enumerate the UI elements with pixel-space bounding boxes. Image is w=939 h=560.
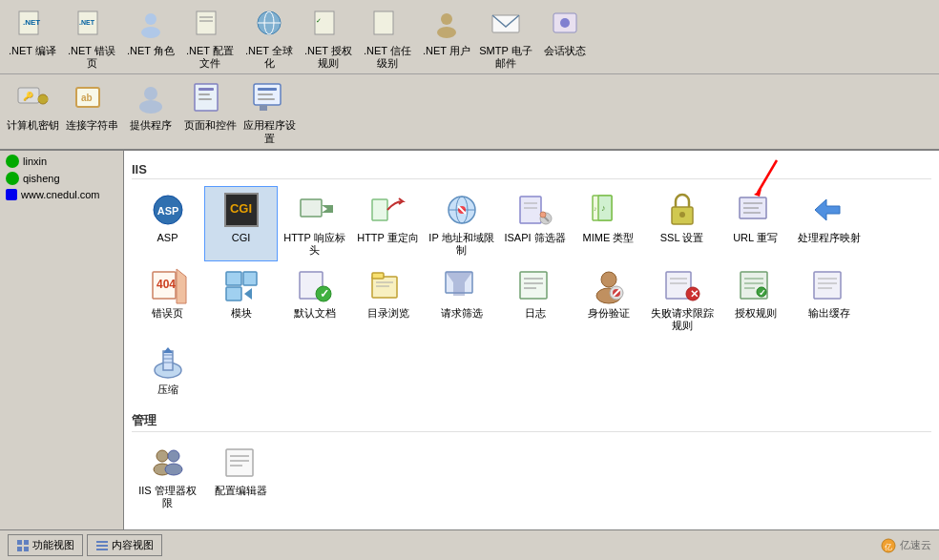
svg-point-4 (145, 13, 156, 25)
url-rewrite-icon (737, 191, 775, 229)
grid-item-handler-mapping[interactable]: 处理程序映射 (793, 187, 865, 260)
grid-item-log[interactable]: 日志 (499, 262, 571, 336)
dotnet-trust[interactable]: .NET 信任级别 (359, 2, 416, 72)
svg-rect-31 (198, 98, 212, 100)
dotnet-role-icon (132, 4, 170, 42)
machine-key[interactable]: 🔑 计算机密钥 (4, 76, 61, 146)
svg-rect-30 (198, 93, 210, 95)
manage-icon-grid: IIS 管理器权限 配置编辑器 (132, 440, 931, 513)
site-icon (6, 189, 17, 200)
http-redirect-label: HTTP 重定向 (357, 232, 419, 244)
svg-rect-121 (24, 540, 29, 545)
svg-text:✓: ✓ (320, 287, 329, 301)
grid-item-module[interactable]: 模块 (205, 262, 277, 336)
grid-item-ssl[interactable]: SSL 设置 (646, 187, 718, 260)
dotnet-errorpage[interactable]: .NET .NET 错误页 (63, 2, 120, 72)
provider[interactable]: 提供程序 (122, 76, 179, 146)
tab-content-view[interactable]: 内容视图 (87, 534, 162, 556)
brand-icon: 亿 (881, 538, 896, 553)
grid-item-isapi[interactable]: ISAPI 筛选器 (499, 187, 571, 260)
svg-point-115 (165, 464, 182, 475)
grid-item-iis-manager[interactable]: IIS 管理器权限 (132, 440, 203, 513)
iis-section-header: IIS (132, 162, 931, 179)
request-filter-icon (443, 266, 481, 304)
grid-item-cgi[interactable]: CGI CGI (205, 187, 277, 260)
server-icon (6, 172, 19, 185)
asp-icon: ASP (149, 191, 187, 229)
dotnet-role-label: .NET 角色 (127, 45, 175, 57)
tab-feature-view[interactable]: 功能视图 (8, 534, 83, 556)
dotnet-compile[interactable]: .NET .NET 编译 (4, 2, 61, 72)
app-settings[interactable]: 应用程序设置 (240, 76, 298, 146)
svg-text:ab: ab (81, 93, 93, 103)
second-toolbar: 🔑 计算机密钥 ab 连接字符串 提供程序 (0, 74, 939, 150)
default-doc-label: 默认文档 (294, 307, 336, 320)
grid-item-asp[interactable]: ASP ASP (132, 187, 203, 260)
compress-icon (149, 342, 187, 381)
dotnet-role[interactable]: .NET 角色 (122, 2, 179, 72)
ssl-label: SSL 设置 (660, 232, 703, 244)
sidebar-item-site[interactable]: www.cnedul.com (2, 187, 121, 202)
dotnet-config-icon (191, 4, 229, 42)
svg-point-19 (560, 18, 570, 28)
auth-rules-label: 授权规则 (735, 307, 777, 320)
dotnet-global-icon (250, 4, 288, 42)
grid-item-url-rewrite[interactable]: URL 重写 (720, 187, 791, 260)
grid-item-dir-browse[interactable]: 目录浏览 (352, 262, 424, 336)
dotnet-errorpage-icon: .NET (73, 4, 111, 42)
svg-rect-29 (198, 88, 214, 91)
grid-item-error-page[interactable]: 404 错误页 (132, 262, 203, 336)
session-state-icon (546, 4, 584, 42)
machine-key-icon: 🔑 (13, 78, 52, 116)
svg-text:.NET: .NET (79, 19, 95, 26)
dotnet-authrule[interactable]: ✓ .NET 授权规则 (300, 2, 357, 72)
svg-point-114 (168, 450, 179, 462)
sidebar-item-linxin[interactable]: linxin (2, 153, 121, 170)
session-state[interactable]: 会话状态 (536, 2, 594, 72)
svg-point-15 (441, 13, 452, 25)
dotnet-user[interactable]: .NET 用户 (418, 2, 475, 72)
grid-item-auth[interactable]: 身份验证 (573, 262, 644, 336)
svg-rect-102 (814, 272, 841, 299)
svg-marker-65 (815, 199, 840, 220)
iis-manager-icon (149, 444, 187, 482)
grid-item-auth-rules[interactable]: ✓ 授权规则 (720, 262, 791, 336)
svg-marker-40 (322, 205, 333, 213)
iis-manager-label: IIS 管理器权限 (134, 485, 201, 509)
svg-rect-47 (520, 197, 541, 223)
grid-item-http-response[interactable]: HTTP 响应标头 (279, 187, 350, 260)
svg-text:♪: ♪ (594, 205, 597, 212)
grid-item-output-cache[interactable]: 输出缓存 (793, 262, 865, 336)
svg-point-86 (601, 272, 616, 287)
svg-rect-120 (17, 540, 22, 545)
svg-point-5 (141, 27, 160, 38)
grid-item-mime[interactable]: ♪ ♪ MIME 类型 (573, 187, 644, 260)
grid-item-default-doc[interactable]: ✓ 默认文档 (279, 262, 350, 336)
svg-point-58 (679, 212, 685, 218)
http-response-icon (296, 191, 334, 229)
grid-item-failed-req[interactable]: ✕ 失败请求限踪规则 (646, 262, 718, 336)
output-cache-icon (810, 266, 848, 304)
config-editor-icon (222, 444, 261, 482)
grid-item-config-editor[interactable]: 配置编辑器 (205, 440, 277, 513)
sidebar-item-qisheng[interactable]: qisheng (2, 170, 121, 187)
page-control[interactable]: 页面和控件 (181, 76, 239, 146)
svg-rect-123 (24, 547, 29, 551)
dotnet-config[interactable]: .NET 配置文件 (181, 2, 239, 72)
svg-text:♪: ♪ (601, 203, 606, 213)
grid-item-ip-domain[interactable]: IP 地址和域限制 (426, 187, 497, 260)
smtp-email[interactable]: SMTP 电子邮件 (477, 2, 534, 72)
svg-rect-107 (163, 351, 173, 370)
handler-mapping-icon (810, 191, 848, 229)
dotnet-trust-label: .NET 信任级别 (361, 45, 414, 70)
grid-item-request-filter[interactable]: 请求筛选 (426, 262, 497, 336)
grid-item-http-redirect[interactable]: HTTP 重定向 (352, 187, 424, 260)
config-editor-label: 配置编辑器 (215, 485, 267, 497)
svg-rect-124 (96, 541, 108, 543)
connection-string[interactable]: ab 连接字符串 (63, 76, 120, 146)
dotnet-global[interactable]: .NET 全球化 (240, 2, 298, 72)
svg-marker-72 (244, 288, 252, 300)
svg-point-26 (144, 87, 157, 100)
grid-item-compress[interactable]: 压缩 (132, 339, 203, 401)
svg-text:🔑: 🔑 (23, 91, 34, 102)
